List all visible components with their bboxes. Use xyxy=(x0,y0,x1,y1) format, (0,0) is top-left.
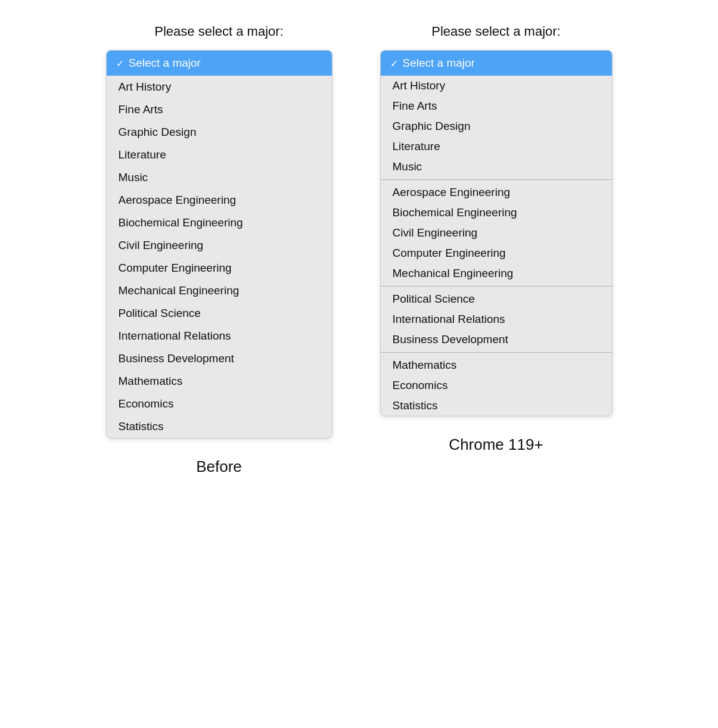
list-item[interactable]: Economics xyxy=(381,375,612,396)
before-column: Please select a major: ✓ Select a major … xyxy=(106,24,332,476)
list-item[interactable]: Computer Engineering xyxy=(107,257,332,279)
before-caption: Before xyxy=(196,458,242,476)
list-item[interactable]: Mechanical Engineering xyxy=(381,263,612,284)
before-selected-text: Select a major xyxy=(129,57,201,70)
optgroup-separator xyxy=(381,352,612,353)
list-item[interactable]: Art History xyxy=(381,76,612,96)
after-checkmark-icon: ✓ xyxy=(390,58,398,69)
list-item[interactable]: Music xyxy=(381,157,612,177)
list-item[interactable]: Political Science xyxy=(107,302,332,325)
list-item[interactable]: Statistics xyxy=(107,415,332,438)
list-item[interactable]: Fine Arts xyxy=(107,98,332,121)
before-dropdown[interactable]: ✓ Select a major Art HistoryFine ArtsGra… xyxy=(106,50,332,438)
before-checkmark-icon: ✓ xyxy=(116,58,124,69)
list-item[interactable]: Aerospace Engineering xyxy=(381,182,612,203)
list-item[interactable]: Business Development xyxy=(381,329,612,350)
list-item[interactable]: Literature xyxy=(107,144,332,166)
list-item[interactable]: Statistics xyxy=(381,396,612,416)
list-item[interactable]: Economics xyxy=(107,393,332,415)
after-options-list: Art HistoryFine ArtsGraphic DesignLitera… xyxy=(381,76,612,416)
list-item[interactable]: Music xyxy=(107,166,332,189)
list-item[interactable]: International Relations xyxy=(107,325,332,347)
list-item[interactable]: Biochemical Engineering xyxy=(381,203,612,223)
after-dropdown[interactable]: ✓ Select a major Art HistoryFine ArtsGra… xyxy=(380,50,613,416)
list-item[interactable]: Mathematics xyxy=(381,355,612,375)
list-item[interactable]: Graphic Design xyxy=(381,116,612,136)
list-item[interactable]: Mathematics xyxy=(107,370,332,393)
list-item[interactable]: International Relations xyxy=(381,309,612,329)
before-selected-option[interactable]: ✓ Select a major xyxy=(107,51,332,76)
before-label: Please select a major: xyxy=(154,24,283,39)
list-item[interactable]: Political Science xyxy=(381,289,612,309)
after-label: Please select a major: xyxy=(431,24,560,39)
list-item[interactable]: Fine Arts xyxy=(381,96,612,116)
after-selected-text: Select a major xyxy=(403,57,475,70)
page-wrapper: Please select a major: ✓ Select a major … xyxy=(14,24,705,476)
list-item[interactable]: Biochemical Engineering xyxy=(107,211,332,234)
after-selected-option[interactable]: ✓ Select a major xyxy=(381,51,612,76)
list-item[interactable]: Business Development xyxy=(107,347,332,370)
before-options-list: Art HistoryFine ArtsGraphic DesignLitera… xyxy=(107,76,332,438)
after-column: Please select a major: ✓ Select a major … xyxy=(380,24,613,454)
list-item[interactable]: Civil Engineering xyxy=(381,223,612,243)
optgroup-separator xyxy=(381,286,612,287)
list-item[interactable]: Graphic Design xyxy=(107,121,332,144)
optgroup-separator xyxy=(381,179,612,180)
list-item[interactable]: Computer Engineering xyxy=(381,243,612,263)
list-item[interactable]: Civil Engineering xyxy=(107,234,332,257)
after-caption: Chrome 119+ xyxy=(449,435,543,454)
list-item[interactable]: Art History xyxy=(107,76,332,98)
list-item[interactable]: Mechanical Engineering xyxy=(107,279,332,302)
list-item[interactable]: Aerospace Engineering xyxy=(107,189,332,211)
list-item[interactable]: Literature xyxy=(381,136,612,157)
